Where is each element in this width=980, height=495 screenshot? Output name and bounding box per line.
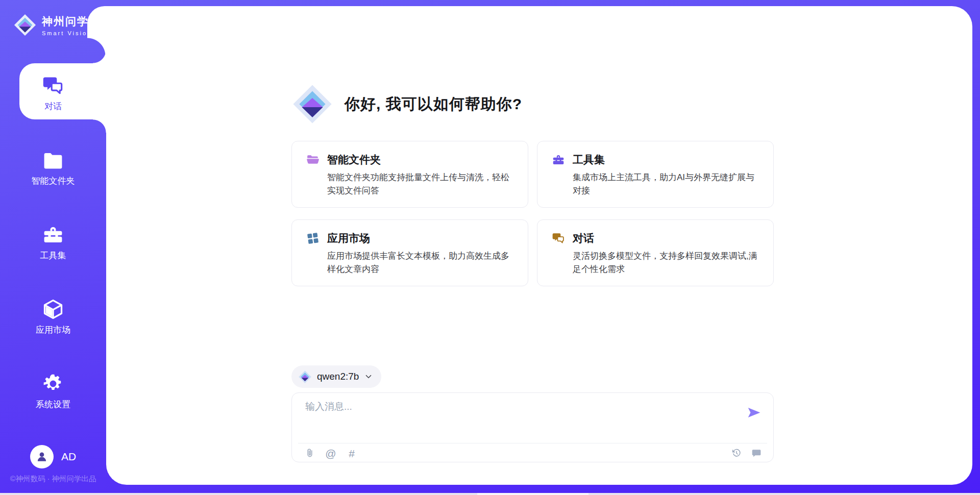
card-smart-folder[interactable]: 智能文件夹 智能文件夹功能支持批量文件上传与清洗，轻松实现文件问答 bbox=[291, 141, 528, 208]
app-logo-text: 神州问学 Smart Vision bbox=[42, 14, 92, 36]
cube-icon bbox=[42, 298, 64, 320]
apps-grid-icon bbox=[306, 232, 320, 245]
card-toolset[interactable]: 工具集 集成市场上主流工具，助力AI与外界无缝扩展与对接 bbox=[537, 141, 774, 208]
sidebar-footer: ©神州数码 · 神州问学出品 bbox=[0, 474, 106, 484]
card-title: 工具集 bbox=[573, 153, 605, 167]
feature-cards: 智能文件夹 智能文件夹功能支持批量文件上传与清洗，轻松实现文件问答 工具 bbox=[291, 141, 774, 286]
sidebar-item-toolset[interactable]: 工具集 bbox=[0, 224, 106, 261]
chat-bubble-icon bbox=[751, 448, 762, 458]
folder-icon bbox=[42, 149, 64, 171]
sidebar-item-label: 智能文件夹 bbox=[32, 175, 75, 187]
avatar bbox=[30, 445, 54, 468]
sidebar: 神州问学 Smart Vision 对话 智能文件夹 bbox=[0, 0, 106, 495]
app-logo: 神州问学 Smart Vision bbox=[13, 13, 92, 37]
chevron-down-icon bbox=[364, 372, 373, 381]
user-chip[interactable]: AD bbox=[0, 445, 106, 468]
history-clock-icon bbox=[731, 448, 742, 458]
diamond-logo-icon bbox=[298, 370, 312, 384]
chat-bubbles-icon bbox=[42, 75, 64, 97]
greeting-block: 你好, 我可以如何帮助你? bbox=[291, 83, 522, 125]
message-composer: @ # bbox=[291, 392, 774, 462]
horizontal-scrollbar[interactable] bbox=[0, 493, 980, 495]
card-description: 应用市场提供丰富长文本模板，助力高效生成多样化文章内容 bbox=[327, 250, 513, 276]
chat-bubbles-icon bbox=[552, 232, 565, 245]
sidebar-item-chat[interactable]: 对话 bbox=[0, 75, 106, 112]
card-title: 应用市场 bbox=[327, 231, 370, 245]
app-title: 神州问学 bbox=[42, 14, 92, 29]
composer-toolbar: @ # bbox=[304, 447, 762, 459]
card-app-market[interactable]: 应用市场 应用市场提供丰富长文本模板，助力高效生成多样化文章内容 bbox=[291, 219, 528, 286]
mention-button[interactable]: @ bbox=[325, 448, 336, 459]
scrollbar-thumb[interactable] bbox=[477, 493, 589, 495]
card-description: 集成市场上主流工具，助力AI与外界无缝扩展与对接 bbox=[573, 171, 759, 197]
sidebar-item-settings[interactable]: 系统设置 bbox=[0, 373, 106, 410]
diamond-logo-icon bbox=[291, 83, 333, 125]
hashtag-icon: # bbox=[349, 448, 355, 459]
message-input[interactable] bbox=[305, 400, 739, 438]
folder-open-icon bbox=[306, 153, 320, 166]
person-icon bbox=[35, 450, 48, 463]
card-header: 对话 bbox=[552, 231, 759, 245]
composer-divider bbox=[298, 443, 767, 443]
sidebar-item-smart-folder[interactable]: 智能文件夹 bbox=[0, 149, 106, 187]
card-title: 智能文件夹 bbox=[327, 153, 381, 167]
send-button[interactable] bbox=[747, 406, 761, 419]
model-name: qwen2:7b bbox=[317, 371, 359, 382]
app-tagline: Smart Vision bbox=[42, 30, 92, 36]
toolbox-icon bbox=[552, 153, 565, 166]
sidebar-item-label: 应用市场 bbox=[36, 324, 70, 336]
app-window: 神州问学 Smart Vision 对话 智能文件夹 bbox=[0, 0, 980, 495]
main-content: 你好, 我可以如何帮助你? 智能文件夹 智能文件夹功能支持批量文件上传与清洗，轻… bbox=[106, 6, 972, 485]
sidebar-item-app-market[interactable]: 应用市场 bbox=[0, 298, 106, 336]
paperclip-icon bbox=[305, 448, 315, 458]
composer-tools-right bbox=[731, 448, 762, 459]
card-header: 工具集 bbox=[552, 153, 759, 167]
card-description: 智能文件夹功能支持批量文件上传与清洗，轻松实现文件问答 bbox=[327, 171, 513, 197]
card-chat[interactable]: 对话 灵活切换多模型文件，支持多样回复效果调试,满足个性化需求 bbox=[537, 219, 774, 286]
history-button[interactable] bbox=[731, 448, 742, 459]
card-title: 对话 bbox=[573, 231, 594, 245]
center-column: 你好, 我可以如何帮助你? 智能文件夹 智能文件夹功能支持批量文件上传与清洗，轻… bbox=[291, 6, 774, 485]
card-header: 应用市场 bbox=[306, 231, 513, 245]
model-selector[interactable]: qwen2:7b bbox=[291, 365, 381, 388]
composer-tools-left: @ # bbox=[304, 448, 357, 459]
toolbox-icon bbox=[42, 224, 64, 246]
send-icon bbox=[747, 406, 761, 419]
at-icon: @ bbox=[325, 448, 336, 459]
hashtag-button[interactable]: # bbox=[346, 448, 357, 459]
sidebar-item-label: 对话 bbox=[44, 101, 62, 112]
sidebar-item-label: 工具集 bbox=[40, 250, 66, 261]
greeting-text: 你好, 我可以如何帮助你? bbox=[345, 94, 522, 115]
sidebar-item-label: 系统设置 bbox=[36, 399, 70, 410]
chat-feedback-button[interactable] bbox=[751, 448, 762, 459]
gear-icon bbox=[42, 373, 64, 395]
attachment-button[interactable] bbox=[304, 448, 315, 459]
diamond-logo-icon bbox=[13, 13, 37, 37]
card-description: 灵活切换多模型文件，支持多样回复效果调试,满足个性化需求 bbox=[573, 250, 759, 276]
user-name: AD bbox=[61, 451, 76, 463]
card-header: 智能文件夹 bbox=[306, 153, 513, 167]
